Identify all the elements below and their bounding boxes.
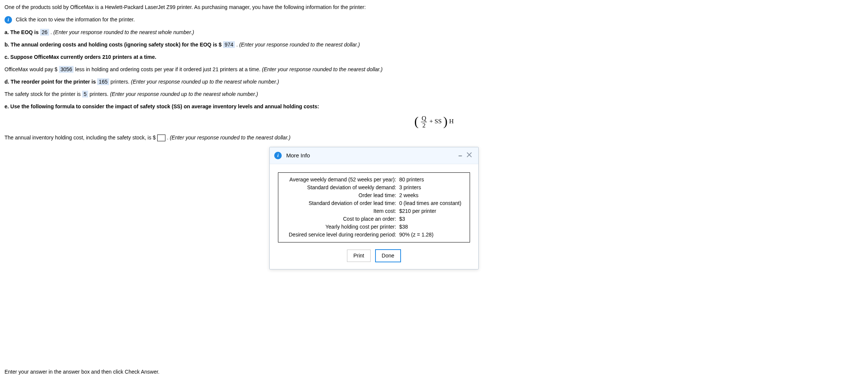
intro-text: One of the products sold by OfficeMax is… [5, 4, 863, 11]
b-post: . [236, 42, 239, 48]
info-icon-row: i Click the icon to view the information… [5, 16, 863, 24]
formula-num: Q [421, 115, 427, 122]
annual-post: . [167, 135, 170, 141]
formula-den: 2 [421, 122, 427, 129]
annual-holding-line: The annual inventory holding cost, inclu… [5, 134, 863, 141]
part-c-line2: OfficeMax would pay $ 3056 less in holdi… [5, 66, 863, 73]
safety-answer[interactable]: 5 [82, 91, 88, 97]
d-pre: d. The reorder point for the printer is [5, 79, 97, 85]
c-post: less in holding and ordering costs per y… [75, 66, 262, 72]
a-post: . [50, 29, 53, 35]
d-post: printers. [111, 79, 131, 85]
annual-answer-input[interactable] [157, 135, 165, 141]
annual-hint: (Enter your response rounded to the near… [170, 135, 291, 141]
formula: ( Q 2 + SS ) H [5, 115, 863, 129]
d-hint: (Enter your response rounded up to the n… [131, 79, 279, 85]
b-answer[interactable]: 974 [223, 41, 235, 48]
a-hint: (Enter your response rounded to the near… [53, 29, 194, 35]
a-answer[interactable]: 26 [40, 29, 49, 36]
part-d: d. The reorder point for the printer is … [5, 78, 863, 85]
safety-hint: (Enter your response rounded up to the n… [110, 91, 258, 97]
c-hint: (Enter your response rounded to the near… [262, 66, 383, 72]
a-pre: a. The EOQ is [5, 29, 40, 35]
more-info-modal: i More Info – Average weekly demand (52 … [269, 147, 479, 150]
part-b: b. The annual ordering costs and holding… [5, 41, 863, 48]
click-icon-text: Click the icon to view the information f… [16, 16, 135, 22]
modal-header: i More Info – [270, 147, 478, 150]
d-answer[interactable]: 165 [97, 78, 109, 85]
c-answer[interactable]: 3056 [59, 66, 74, 73]
formula-H: H [449, 118, 454, 125]
annual-pre: The annual inventory holding cost, inclu… [5, 135, 156, 141]
part-e-line: e. Use the following formula to consider… [5, 103, 863, 110]
formula-plus-ss: + SS [429, 118, 442, 125]
safety-stock-line: The safety stock for the printer is 5 pr… [5, 91, 863, 98]
part-c-line1: c. Suppose OfficeMax currently orders 21… [5, 54, 863, 61]
b-hint: (Enter your response rounded to the near… [239, 42, 360, 48]
safety-pre: The safety stock for the printer is [5, 91, 82, 97]
c-pre: OfficeMax would pay $ [5, 66, 59, 72]
safety-post: printers. [90, 91, 110, 97]
info-icon[interactable]: i [5, 16, 12, 24]
part-a: a. The EOQ is 26 . (Enter your response … [5, 29, 863, 36]
b-pre: b. The annual ordering costs and holding… [5, 42, 223, 48]
